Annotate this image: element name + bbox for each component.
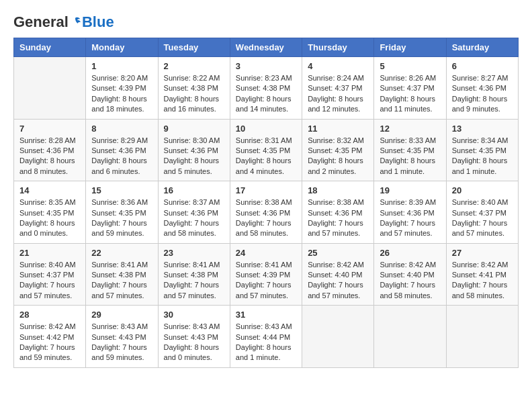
day-cell: 11Sunrise: 8:32 AMSunset: 4:35 PMDayligh… — [302, 119, 374, 181]
week-row-1: 1Sunrise: 8:20 AMSunset: 4:39 PMDaylight… — [14, 57, 519, 120]
day-number: 5 — [380, 61, 440, 71]
day-number: 15 — [91, 185, 152, 195]
day-number: 12 — [380, 124, 440, 134]
day-cell: 28Sunrise: 8:42 AMSunset: 4:42 PMDayligh… — [14, 306, 86, 368]
day-info: Sunrise: 8:28 AMSunset: 4:36 PMDaylight:… — [19, 136, 80, 177]
day-info: Sunrise: 8:42 AMSunset: 4:41 PMDaylight:… — [452, 260, 513, 302]
day-number: 6 — [452, 61, 513, 71]
day-cell: 14Sunrise: 8:35 AMSunset: 4:35 PMDayligh… — [14, 181, 86, 244]
day-cell — [374, 306, 446, 368]
day-number: 13 — [452, 124, 513, 134]
day-cell: 5Sunrise: 8:26 AMSunset: 4:37 PMDaylight… — [374, 57, 446, 120]
day-info: Sunrise: 8:35 AMSunset: 4:35 PMDaylight:… — [19, 197, 80, 239]
day-cell: 30Sunrise: 8:43 AMSunset: 4:43 PMDayligh… — [158, 306, 230, 368]
day-info: Sunrise: 8:43 AMSunset: 4:43 PMDaylight:… — [164, 322, 224, 363]
day-number: 11 — [308, 124, 368, 134]
day-cell: 13Sunrise: 8:34 AMSunset: 4:35 PMDayligh… — [446, 119, 518, 181]
day-cell — [14, 57, 86, 120]
day-number: 24 — [236, 248, 296, 258]
day-cell: 12Sunrise: 8:33 AMSunset: 4:35 PMDayligh… — [374, 119, 446, 181]
weekday-header-sunday: Sunday — [14, 38, 86, 57]
day-cell: 26Sunrise: 8:42 AMSunset: 4:40 PMDayligh… — [374, 243, 446, 306]
day-cell: 17Sunrise: 8:38 AMSunset: 4:36 PMDayligh… — [230, 181, 302, 244]
day-number: 10 — [236, 124, 296, 134]
day-number: 22 — [91, 248, 152, 258]
day-info: Sunrise: 8:42 AMSunset: 4:40 PMDaylight:… — [308, 260, 368, 302]
day-info: Sunrise: 8:42 AMSunset: 4:42 PMDaylight:… — [19, 322, 80, 363]
day-number: 1 — [91, 61, 152, 71]
day-info: Sunrise: 8:39 AMSunset: 4:36 PMDaylight:… — [380, 197, 440, 239]
day-number: 3 — [236, 61, 296, 71]
day-cell: 7Sunrise: 8:28 AMSunset: 4:36 PMDaylight… — [14, 119, 86, 181]
weekday-header-saturday: Saturday — [446, 38, 518, 57]
day-cell — [302, 306, 374, 368]
day-info: Sunrise: 8:23 AMSunset: 4:38 PMDaylight:… — [236, 73, 296, 115]
day-number: 30 — [164, 310, 224, 320]
day-info: Sunrise: 8:24 AMSunset: 4:37 PMDaylight:… — [308, 73, 368, 115]
day-info: Sunrise: 8:26 AMSunset: 4:37 PMDaylight:… — [380, 73, 440, 115]
weekday-header-friday: Friday — [374, 38, 446, 57]
day-info: Sunrise: 8:41 AMSunset: 4:38 PMDaylight:… — [91, 260, 152, 302]
weekday-header-thursday: Thursday — [302, 38, 374, 57]
weekday-header-row: SundayMondayTuesdayWednesdayThursdayFrid… — [14, 38, 519, 57]
logo-blue: Blue — [82, 13, 114, 31]
day-info: Sunrise: 8:22 AMSunset: 4:38 PMDaylight:… — [164, 73, 224, 115]
day-cell: 22Sunrise: 8:41 AMSunset: 4:38 PMDayligh… — [86, 243, 158, 306]
day-cell: 10Sunrise: 8:31 AMSunset: 4:35 PMDayligh… — [230, 119, 302, 181]
calendar-table: SundayMondayTuesdayWednesdayThursdayFrid… — [13, 38, 519, 368]
logo: General Blue — [13, 13, 114, 31]
week-row-5: 28Sunrise: 8:42 AMSunset: 4:42 PMDayligh… — [14, 306, 519, 368]
day-number: 31 — [236, 310, 296, 320]
day-cell: 1Sunrise: 8:20 AMSunset: 4:39 PMDaylight… — [86, 57, 158, 120]
day-info: Sunrise: 8:38 AMSunset: 4:36 PMDaylight:… — [236, 197, 296, 239]
day-number: 7 — [19, 124, 80, 134]
day-info: Sunrise: 8:20 AMSunset: 4:39 PMDaylight:… — [91, 73, 152, 115]
day-number: 14 — [19, 185, 80, 195]
day-cell — [446, 306, 518, 368]
day-number: 9 — [164, 124, 224, 134]
day-info: Sunrise: 8:38 AMSunset: 4:36 PMDaylight:… — [308, 197, 368, 239]
day-cell: 27Sunrise: 8:42 AMSunset: 4:41 PMDayligh… — [446, 243, 518, 306]
day-number: 27 — [452, 248, 513, 258]
day-info: Sunrise: 8:31 AMSunset: 4:35 PMDaylight:… — [236, 136, 296, 177]
day-info: Sunrise: 8:43 AMSunset: 4:43 PMDaylight:… — [91, 322, 152, 363]
weekday-header-monday: Monday — [86, 38, 158, 57]
day-cell: 8Sunrise: 8:29 AMSunset: 4:36 PMDaylight… — [86, 119, 158, 181]
day-info: Sunrise: 8:36 AMSunset: 4:35 PMDaylight:… — [91, 197, 152, 239]
day-cell: 29Sunrise: 8:43 AMSunset: 4:43 PMDayligh… — [86, 306, 158, 368]
day-number: 28 — [19, 310, 80, 320]
day-info: Sunrise: 8:37 AMSunset: 4:36 PMDaylight:… — [164, 197, 224, 239]
day-cell: 6Sunrise: 8:27 AMSunset: 4:36 PMDaylight… — [446, 57, 518, 120]
day-cell: 19Sunrise: 8:39 AMSunset: 4:36 PMDayligh… — [374, 181, 446, 244]
weekday-header-tuesday: Tuesday — [158, 38, 230, 57]
day-number: 23 — [164, 248, 224, 258]
day-info: Sunrise: 8:41 AMSunset: 4:38 PMDaylight:… — [164, 260, 224, 302]
day-cell: 2Sunrise: 8:22 AMSunset: 4:38 PMDaylight… — [158, 57, 230, 120]
logo-bird-icon — [69, 16, 81, 28]
week-row-4: 21Sunrise: 8:40 AMSunset: 4:37 PMDayligh… — [14, 243, 519, 306]
day-number: 25 — [308, 248, 368, 258]
day-number: 26 — [380, 248, 440, 258]
day-info: Sunrise: 8:32 AMSunset: 4:35 PMDaylight:… — [308, 136, 368, 177]
day-number: 8 — [91, 124, 152, 134]
day-number: 17 — [236, 185, 296, 195]
logo-general: General — [13, 13, 69, 31]
day-cell: 4Sunrise: 8:24 AMSunset: 4:37 PMDaylight… — [302, 57, 374, 120]
day-info: Sunrise: 8:27 AMSunset: 4:36 PMDaylight:… — [452, 73, 513, 115]
day-number: 18 — [308, 185, 368, 195]
day-cell: 3Sunrise: 8:23 AMSunset: 4:38 PMDaylight… — [230, 57, 302, 120]
day-cell: 18Sunrise: 8:38 AMSunset: 4:36 PMDayligh… — [302, 181, 374, 244]
day-info: Sunrise: 8:41 AMSunset: 4:39 PMDaylight:… — [236, 260, 296, 302]
week-row-3: 14Sunrise: 8:35 AMSunset: 4:35 PMDayligh… — [14, 181, 519, 244]
day-cell: 25Sunrise: 8:42 AMSunset: 4:40 PMDayligh… — [302, 243, 374, 306]
day-number: 19 — [380, 185, 440, 195]
day-info: Sunrise: 8:42 AMSunset: 4:40 PMDaylight:… — [380, 260, 440, 302]
day-number: 29 — [91, 310, 152, 320]
day-info: Sunrise: 8:30 AMSunset: 4:36 PMDaylight:… — [164, 136, 224, 177]
day-info: Sunrise: 8:29 AMSunset: 4:36 PMDaylight:… — [91, 136, 152, 177]
day-cell: 21Sunrise: 8:40 AMSunset: 4:37 PMDayligh… — [14, 243, 86, 306]
day-info: Sunrise: 8:40 AMSunset: 4:37 PMDaylight:… — [19, 260, 80, 302]
day-info: Sunrise: 8:34 AMSunset: 4:35 PMDaylight:… — [452, 136, 513, 177]
day-cell: 23Sunrise: 8:41 AMSunset: 4:38 PMDayligh… — [158, 243, 230, 306]
day-cell: 24Sunrise: 8:41 AMSunset: 4:39 PMDayligh… — [230, 243, 302, 306]
